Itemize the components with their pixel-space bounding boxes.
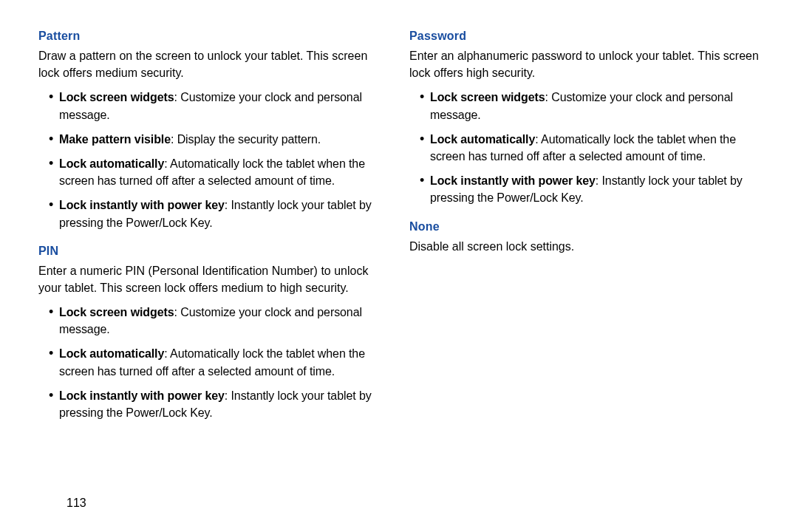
list-item: Lock instantly with power key: Instantly… <box>49 197 389 231</box>
body-password: Enter an alphanumeric password to unlock… <box>409 47 760 81</box>
list-pattern-options: Lock screen widgets: Customize your cloc… <box>38 89 389 231</box>
heading-password: Password <box>409 30 760 43</box>
list-item: Lock screen widgets: Customize your cloc… <box>49 304 389 338</box>
section-none: None Disable all screen lock settings. <box>409 220 760 255</box>
list-item: Lock automatically: Automatically lock t… <box>420 131 760 165</box>
term: Lock automatically <box>430 133 535 146</box>
body-pin: Enter a numeric PIN (Personal Identifica… <box>38 262 389 296</box>
section-password: Password Enter an alphanumeric password … <box>409 30 760 207</box>
term: Lock screen widgets <box>59 306 174 318</box>
body-none: Disable all screen lock settings. <box>409 238 760 255</box>
list-item: Lock screen widgets: Customize your cloc… <box>49 89 389 123</box>
list-item: Lock automatically: Automatically lock t… <box>49 345 389 379</box>
term: Lock automatically <box>59 347 164 360</box>
list-item: Lock instantly with power key: Instantly… <box>49 387 389 421</box>
manual-page: Pattern Draw a pattern on the screen to … <box>0 0 798 532</box>
term: Lock automatically <box>59 157 164 170</box>
term: Lock instantly with power key <box>59 199 225 211</box>
heading-pin: PIN <box>38 245 389 258</box>
page-number: 113 <box>66 497 86 510</box>
body-pattern: Draw a pattern on the screen to unlock y… <box>38 47 389 81</box>
list-pin-options: Lock screen widgets: Customize your cloc… <box>38 304 389 421</box>
two-column-layout: Pattern Draw a pattern on the screen to … <box>38 30 760 434</box>
list-item: Make pattern visible: Display the securi… <box>49 131 389 148</box>
desc: : Display the security pattern. <box>171 133 321 146</box>
term: Lock screen widgets <box>59 91 174 103</box>
section-pattern: Pattern Draw a pattern on the screen to … <box>38 30 389 231</box>
list-item: Lock instantly with power key: Instantly… <box>420 172 760 206</box>
term: Make pattern visible <box>59 133 171 146</box>
section-pin: PIN Enter a numeric PIN (Personal Identi… <box>38 245 389 422</box>
list-item: Lock screen widgets: Customize your cloc… <box>420 89 760 123</box>
list-password-options: Lock screen widgets: Customize your cloc… <box>409 89 760 206</box>
list-item: Lock automatically: Automatically lock t… <box>49 155 389 189</box>
left-column: Pattern Draw a pattern on the screen to … <box>38 30 389 434</box>
heading-none: None <box>409 220 760 233</box>
term: Lock screen widgets <box>430 91 545 103</box>
heading-pattern: Pattern <box>38 30 389 43</box>
term: Lock instantly with power key <box>430 174 596 187</box>
term: Lock instantly with power key <box>59 389 225 402</box>
right-column: Password Enter an alphanumeric password … <box>409 30 760 434</box>
